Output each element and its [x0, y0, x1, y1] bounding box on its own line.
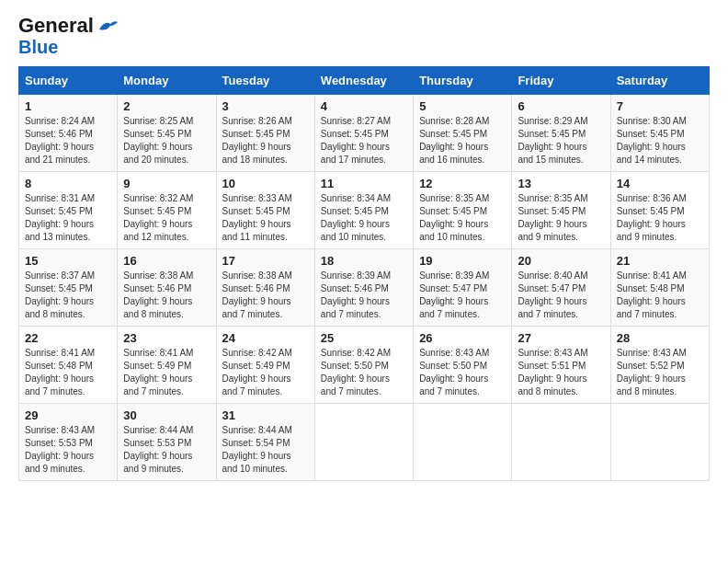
calendar-cell: 5Sunrise: 8:28 AMSunset: 5:45 PMDaylight… [414, 95, 512, 172]
calendar-cell: 3Sunrise: 8:26 AMSunset: 5:45 PMDaylight… [216, 95, 314, 172]
cell-content: Sunrise: 8:43 AMSunset: 5:53 PMDaylight:… [25, 424, 111, 476]
cell-content: Sunrise: 8:29 AMSunset: 5:45 PMDaylight:… [518, 115, 604, 167]
calendar-cell: 17Sunrise: 8:38 AMSunset: 5:46 PMDayligh… [216, 249, 314, 327]
calendar-cell: 10Sunrise: 8:33 AMSunset: 5:45 PMDayligh… [216, 172, 314, 249]
day-number: 19 [419, 254, 506, 268]
day-number: 27 [518, 331, 604, 345]
day-number: 12 [419, 177, 506, 190]
calendar-cell: 14Sunrise: 8:36 AMSunset: 5:45 PMDayligh… [610, 172, 709, 249]
logo-blue: Blue [18, 37, 58, 57]
cell-content: Sunrise: 8:42 AMSunset: 5:50 PMDaylight:… [321, 347, 407, 398]
logo-general: General [18, 15, 94, 37]
cell-content: Sunrise: 8:35 AMSunset: 5:45 PMDaylight:… [518, 192, 604, 244]
calendar-cell [414, 404, 512, 481]
cell-content: Sunrise: 8:39 AMSunset: 5:46 PMDaylight:… [321, 270, 407, 321]
day-number: 2 [123, 99, 210, 113]
cell-content: Sunrise: 8:26 AMSunset: 5:45 PMDaylight:… [222, 115, 309, 167]
calendar-day-header: Monday [118, 67, 216, 95]
calendar-day-header: Sunday [19, 67, 118, 95]
calendar-day-header: Friday [512, 67, 610, 95]
cell-content: Sunrise: 8:44 AMSunset: 5:53 PMDaylight:… [123, 424, 210, 476]
day-number: 21 [617, 254, 703, 268]
day-number: 13 [518, 177, 604, 190]
calendar-cell [314, 404, 413, 481]
cell-content: Sunrise: 8:44 AMSunset: 5:54 PMDaylight:… [222, 424, 309, 476]
calendar-week-row: 15Sunrise: 8:37 AMSunset: 5:45 PMDayligh… [19, 249, 710, 327]
calendar-week-row: 8Sunrise: 8:31 AMSunset: 5:45 PMDaylight… [19, 172, 710, 249]
cell-content: Sunrise: 8:24 AMSunset: 5:46 PMDaylight:… [25, 115, 111, 167]
cell-content: Sunrise: 8:42 AMSunset: 5:49 PMDaylight:… [222, 347, 309, 398]
calendar-cell: 8Sunrise: 8:31 AMSunset: 5:45 PMDaylight… [19, 172, 118, 249]
calendar-cell: 6Sunrise: 8:29 AMSunset: 5:45 PMDaylight… [512, 95, 610, 172]
logo: General Blue [18, 15, 118, 57]
day-number: 20 [518, 254, 604, 268]
day-number: 22 [25, 331, 111, 345]
cell-content: Sunrise: 8:25 AMSunset: 5:45 PMDaylight:… [123, 115, 210, 167]
calendar-cell: 2Sunrise: 8:25 AMSunset: 5:45 PMDaylight… [118, 95, 216, 172]
calendar-cell [512, 404, 610, 481]
day-number: 4 [321, 99, 407, 113]
day-number: 29 [25, 408, 111, 422]
calendar-cell: 21Sunrise: 8:41 AMSunset: 5:48 PMDayligh… [610, 249, 709, 327]
cell-content: Sunrise: 8:43 AMSunset: 5:50 PMDaylight:… [419, 347, 506, 398]
cell-content: Sunrise: 8:41 AMSunset: 5:49 PMDaylight:… [123, 347, 210, 398]
calendar-cell: 28Sunrise: 8:43 AMSunset: 5:52 PMDayligh… [610, 327, 709, 404]
calendar-cell: 7Sunrise: 8:30 AMSunset: 5:45 PMDaylight… [610, 95, 709, 172]
calendar-cell: 26Sunrise: 8:43 AMSunset: 5:50 PMDayligh… [414, 327, 512, 404]
cell-content: Sunrise: 8:34 AMSunset: 5:45 PMDaylight:… [321, 192, 407, 244]
cell-content: Sunrise: 8:35 AMSunset: 5:45 PMDaylight:… [419, 192, 506, 244]
cell-content: Sunrise: 8:32 AMSunset: 5:45 PMDaylight:… [123, 192, 210, 244]
cell-content: Sunrise: 8:39 AMSunset: 5:47 PMDaylight:… [419, 270, 506, 321]
cell-content: Sunrise: 8:30 AMSunset: 5:45 PMDaylight:… [617, 115, 703, 167]
calendar-cell: 25Sunrise: 8:42 AMSunset: 5:50 PMDayligh… [314, 327, 413, 404]
header: General Blue [18, 15, 710, 57]
cell-content: Sunrise: 8:41 AMSunset: 5:48 PMDaylight:… [25, 347, 111, 398]
calendar-cell: 22Sunrise: 8:41 AMSunset: 5:48 PMDayligh… [19, 327, 118, 404]
calendar-cell: 13Sunrise: 8:35 AMSunset: 5:45 PMDayligh… [512, 172, 610, 249]
day-number: 7 [617, 99, 703, 113]
day-number: 23 [123, 331, 210, 345]
cell-content: Sunrise: 8:36 AMSunset: 5:45 PMDaylight:… [617, 192, 703, 244]
cell-content: Sunrise: 8:38 AMSunset: 5:46 PMDaylight:… [222, 270, 309, 321]
day-number: 18 [321, 254, 407, 268]
cell-content: Sunrise: 8:38 AMSunset: 5:46 PMDaylight:… [123, 270, 210, 321]
calendar-cell: 29Sunrise: 8:43 AMSunset: 5:53 PMDayligh… [19, 404, 118, 481]
cell-content: Sunrise: 8:31 AMSunset: 5:45 PMDaylight:… [25, 192, 111, 244]
calendar-day-header: Saturday [610, 67, 709, 95]
calendar-cell: 15Sunrise: 8:37 AMSunset: 5:45 PMDayligh… [19, 249, 118, 327]
day-number: 6 [518, 99, 604, 113]
calendar-cell: 12Sunrise: 8:35 AMSunset: 5:45 PMDayligh… [414, 172, 512, 249]
calendar-cell: 18Sunrise: 8:39 AMSunset: 5:46 PMDayligh… [314, 249, 413, 327]
day-number: 1 [25, 99, 111, 113]
calendar-header-row: SundayMondayTuesdayWednesdayThursdayFrid… [19, 67, 710, 95]
calendar-day-header: Tuesday [216, 67, 314, 95]
calendar-cell: 11Sunrise: 8:34 AMSunset: 5:45 PMDayligh… [314, 172, 413, 249]
day-number: 11 [321, 177, 407, 190]
day-number: 16 [123, 254, 210, 268]
cell-content: Sunrise: 8:37 AMSunset: 5:45 PMDaylight:… [25, 270, 111, 321]
cell-content: Sunrise: 8:33 AMSunset: 5:45 PMDaylight:… [222, 192, 309, 244]
cell-content: Sunrise: 8:43 AMSunset: 5:51 PMDaylight:… [518, 347, 604, 398]
day-number: 24 [222, 331, 309, 345]
calendar-day-header: Thursday [414, 67, 512, 95]
day-number: 14 [617, 177, 703, 190]
day-number: 15 [25, 254, 111, 268]
calendar-cell: 27Sunrise: 8:43 AMSunset: 5:51 PMDayligh… [512, 327, 610, 404]
day-number: 26 [419, 331, 506, 345]
day-number: 3 [222, 99, 309, 113]
calendar-cell [610, 404, 709, 481]
day-number: 17 [222, 254, 309, 268]
calendar-cell: 16Sunrise: 8:38 AMSunset: 5:46 PMDayligh… [118, 249, 216, 327]
cell-content: Sunrise: 8:43 AMSunset: 5:52 PMDaylight:… [617, 347, 703, 398]
calendar-cell: 24Sunrise: 8:42 AMSunset: 5:49 PMDayligh… [216, 327, 314, 404]
cell-content: Sunrise: 8:41 AMSunset: 5:48 PMDaylight:… [617, 270, 703, 321]
calendar-week-row: 29Sunrise: 8:43 AMSunset: 5:53 PMDayligh… [19, 404, 710, 481]
day-number: 30 [123, 408, 210, 422]
calendar-cell: 23Sunrise: 8:41 AMSunset: 5:49 PMDayligh… [118, 327, 216, 404]
cell-content: Sunrise: 8:27 AMSunset: 5:45 PMDaylight:… [321, 115, 407, 167]
calendar-week-row: 22Sunrise: 8:41 AMSunset: 5:48 PMDayligh… [19, 327, 710, 404]
calendar-cell: 30Sunrise: 8:44 AMSunset: 5:53 PMDayligh… [118, 404, 216, 481]
calendar-cell: 20Sunrise: 8:40 AMSunset: 5:47 PMDayligh… [512, 249, 610, 327]
calendar-cell: 9Sunrise: 8:32 AMSunset: 5:45 PMDaylight… [118, 172, 216, 249]
calendar-cell: 19Sunrise: 8:39 AMSunset: 5:47 PMDayligh… [414, 249, 512, 327]
